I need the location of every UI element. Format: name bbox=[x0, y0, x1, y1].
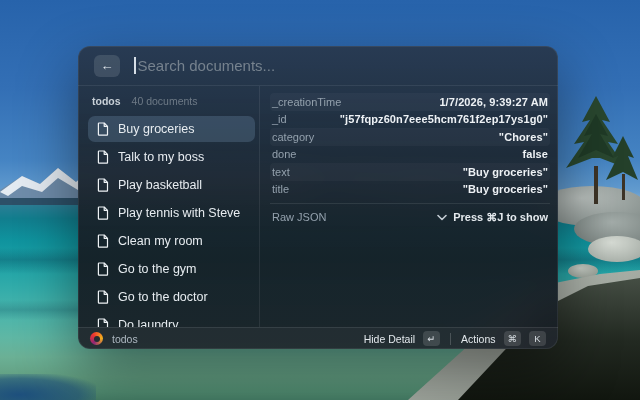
arrow-left-icon: ← bbox=[101, 58, 114, 73]
document-icon bbox=[97, 234, 109, 248]
detail-value: "Buy groceries" bbox=[463, 166, 548, 178]
list-item-label: Buy groceries bbox=[118, 122, 194, 136]
raw-json-toggle[interactable]: Press ⌘J to show bbox=[437, 211, 548, 224]
detail-key: done bbox=[272, 148, 296, 160]
back-button[interactable]: ← bbox=[94, 55, 120, 77]
list-items-container: Buy groceries Talk to my boss Play baske… bbox=[88, 116, 255, 327]
detail-value: "j57fqpz60n7eee5hcm761f2ep17ys1g0" bbox=[340, 113, 548, 125]
document-icon bbox=[97, 178, 109, 192]
document-icon bbox=[97, 150, 109, 164]
detail-value: false bbox=[522, 148, 548, 160]
chevron-down-icon bbox=[437, 214, 447, 221]
document-icon bbox=[97, 122, 109, 136]
detail-value: 1/7/2026, 9:39:27 AM bbox=[439, 96, 548, 108]
footer-bar: todos Hide Detail ↵ Actions ⌘ K bbox=[78, 327, 558, 349]
list-item[interactable]: Clean my room bbox=[88, 228, 255, 254]
list-item-label: Play tennis with Steve bbox=[118, 206, 240, 220]
list-item-label: Play basketball bbox=[118, 178, 202, 192]
panel-body: todos 40 documents Buy groceries Talk to… bbox=[78, 86, 558, 327]
detail-row: done false bbox=[270, 146, 550, 164]
list-item[interactable]: Do laundry bbox=[88, 312, 255, 327]
list-item[interactable]: Go to the doctor bbox=[88, 284, 255, 310]
detail-key: title bbox=[272, 183, 289, 195]
document-icon bbox=[97, 262, 109, 276]
search-input[interactable] bbox=[136, 57, 543, 74]
deep-water-patch bbox=[0, 374, 96, 400]
list-item-label: Do laundry bbox=[118, 318, 178, 327]
document-icon bbox=[97, 206, 109, 220]
raw-json-row[interactable]: Raw JSON Press ⌘J to show bbox=[270, 204, 550, 230]
hide-detail-button[interactable]: Hide Detail bbox=[364, 333, 415, 345]
list-item-label: Go to the doctor bbox=[118, 290, 208, 304]
document-count: 40 documents bbox=[132, 95, 198, 107]
document-list: todos 40 documents Buy groceries Talk to… bbox=[78, 86, 260, 327]
raw-json-hint: Press ⌘J to show bbox=[453, 211, 548, 224]
actions-button[interactable]: Actions bbox=[461, 333, 495, 345]
command-palette: ← todos 40 documents Buy groceries bbox=[78, 46, 558, 349]
k-keycap[interactable]: K bbox=[529, 331, 546, 346]
detail-key: text bbox=[272, 166, 290, 178]
list-item[interactable]: Play basketball bbox=[88, 172, 255, 198]
footer-divider bbox=[450, 333, 451, 345]
detail-row: title "Buy groceries" bbox=[270, 181, 550, 199]
convex-logo-icon bbox=[90, 332, 103, 345]
list-header: todos 40 documents bbox=[88, 93, 255, 116]
command-keycap[interactable]: ⌘ bbox=[504, 331, 522, 346]
raw-json-label: Raw JSON bbox=[272, 211, 326, 223]
pine-trees bbox=[552, 96, 640, 206]
list-item[interactable]: Go to the gym bbox=[88, 256, 255, 282]
footer-app-name: todos bbox=[112, 333, 138, 345]
detail-key: category bbox=[272, 131, 314, 143]
document-icon bbox=[97, 290, 109, 304]
search-bar: ← bbox=[78, 46, 558, 86]
water-boulder bbox=[588, 236, 640, 262]
detail-key: _id bbox=[272, 113, 287, 125]
detail-row: category "Chores" bbox=[270, 128, 550, 146]
list-item[interactable]: Play tennis with Steve bbox=[88, 200, 255, 226]
return-keycap[interactable]: ↵ bbox=[423, 331, 440, 346]
detail-key: _creationTime bbox=[272, 96, 341, 108]
footer-actions: Hide Detail ↵ Actions ⌘ K bbox=[364, 331, 546, 346]
list-item-label: Clean my room bbox=[118, 234, 203, 248]
list-item[interactable]: Talk to my boss bbox=[88, 144, 255, 170]
detail-value: "Buy groceries" bbox=[463, 183, 548, 195]
list-item[interactable]: Buy groceries bbox=[88, 116, 255, 142]
detail-panel: _creationTime 1/7/2026, 9:39:27 AM _id "… bbox=[260, 86, 558, 327]
list-item-label: Talk to my boss bbox=[118, 150, 204, 164]
detail-row: text "Buy groceries" bbox=[270, 163, 550, 181]
document-icon bbox=[97, 318, 109, 327]
detail-value: "Chores" bbox=[499, 131, 548, 143]
collection-name: todos bbox=[92, 95, 121, 107]
detail-row: _id "j57fqpz60n7eee5hcm761f2ep17ys1g0" bbox=[270, 111, 550, 129]
detail-rows-container: _creationTime 1/7/2026, 9:39:27 AM _id "… bbox=[270, 93, 550, 198]
list-item-label: Go to the gym bbox=[118, 262, 197, 276]
detail-row: _creationTime 1/7/2026, 9:39:27 AM bbox=[270, 93, 550, 111]
